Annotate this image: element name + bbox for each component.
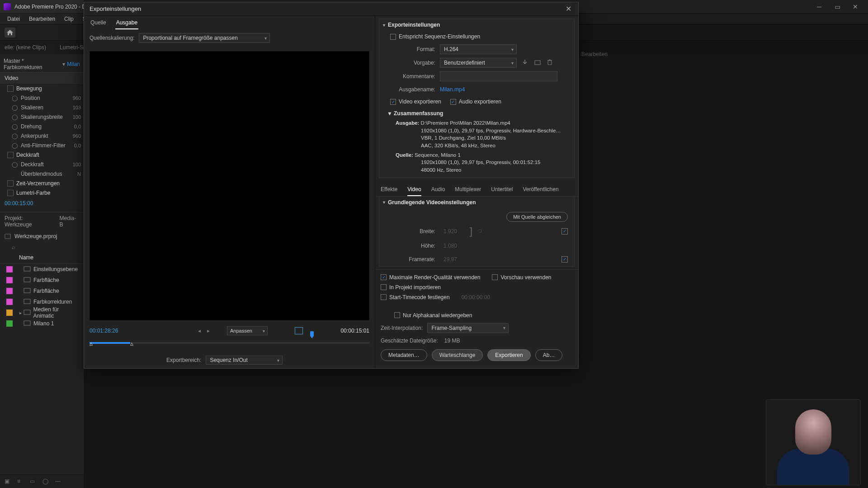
bin-item[interactable]: Farbfläche — [0, 286, 84, 296]
scaling-dropdown[interactable]: Proportional auf Framegröße anpassen — [139, 33, 270, 43]
twisty-icon[interactable]: ▾ — [383, 200, 385, 205]
tab-veroeffentlichen[interactable]: Veröffentlichen — [523, 183, 558, 196]
match-source-button[interactable]: Mit Quelle abgleichen — [506, 212, 568, 222]
import-project-checkbox[interactable]: In Projekt importieren — [381, 284, 441, 291]
dialog-close-icon[interactable]: ✕ — [564, 5, 573, 14]
import-preset-icon[interactable] — [534, 59, 542, 66]
outputname-link[interactable]: Milan.mp4 — [440, 86, 465, 93]
delete-preset-icon[interactable] — [547, 59, 555, 66]
fx-toggle-icon[interactable] — [7, 152, 14, 158]
minimize-button[interactable]: ─ — [810, 0, 828, 13]
play-icon[interactable]: ▸ — [207, 328, 213, 334]
max-quality-checkbox[interactable]: Maximale Render-Qualität verwenden — [381, 274, 480, 281]
height-value[interactable]: 1.080 — [443, 243, 468, 249]
export-audio-checkbox[interactable]: Audio exportieren — [450, 99, 501, 105]
fx-sequence[interactable]: Milan — [67, 61, 80, 67]
tab-ausgabe[interactable]: Ausgabe — [115, 17, 138, 29]
tool-icon[interactable]: ▭ — [30, 478, 37, 485]
comments-input[interactable] — [440, 71, 557, 81]
bin-item-icon — [24, 299, 31, 305]
stopwatch-icon[interactable]: ◯ — [12, 104, 18, 111]
twisty-icon[interactable]: ▾ — [388, 110, 391, 117]
tab-untertitel[interactable]: Untertitel — [491, 183, 513, 196]
stopwatch-icon[interactable]: ◯ — [12, 161, 18, 168]
bin-item[interactable]: Farbkorrekturen — [0, 296, 84, 307]
tool-icon[interactable]: ◯ — [42, 478, 50, 485]
tool-icon[interactable]: ≡ — [17, 478, 24, 485]
export-video-checkbox[interactable]: Video exportieren — [390, 99, 441, 105]
save-preset-icon[interactable] — [521, 59, 529, 66]
bin-item-icon — [24, 320, 31, 327]
menu-clip[interactable]: Clip — [60, 15, 78, 23]
tab-effekte[interactable]: Effekte — [381, 183, 397, 196]
tab-multiplexer[interactable]: Multiplexer — [455, 183, 481, 196]
bin-item-icon — [24, 310, 31, 316]
stopwatch-icon[interactable]: ◯ — [12, 133, 18, 139]
home-icon[interactable] — [5, 28, 15, 38]
tool-icon[interactable]: ▣ — [5, 478, 12, 485]
alpha-only-checkbox[interactable]: Nur Alphakanal wiedergeben — [394, 312, 472, 319]
match-sequence-checkbox[interactable]: Entspricht Sequenz-Einstellungen — [390, 33, 480, 40]
fx-toggle-icon[interactable] — [7, 85, 14, 92]
preview-timecode-out[interactable]: 00:00:15:01 — [341, 328, 369, 334]
list-header-name[interactable]: Name — [0, 252, 84, 264]
scaling-label: Quellenskalierung: — [90, 35, 134, 41]
twisty-icon[interactable]: ▾ — [383, 23, 385, 28]
use-preview-checkbox[interactable]: Vorschau verwenden — [492, 274, 551, 281]
stopwatch-icon[interactable]: ◯ — [12, 142, 18, 149]
playhead-icon[interactable] — [310, 331, 315, 338]
bin-item[interactable]: ▸Medien für Animatic — [0, 307, 84, 318]
preset-dropdown[interactable]: Benutzerdefiniert — [440, 58, 517, 68]
fit-dropdown[interactable]: Anpassen — [227, 326, 268, 335]
fx-toggle-icon[interactable] — [7, 180, 14, 187]
fx-timecode[interactable]: 00:00:15:00 — [0, 197, 84, 209]
tab-audio[interactable]: Audio — [431, 183, 445, 196]
project-tab[interactable]: Projekt: Werkzeuge — [5, 215, 51, 228]
step-back-icon[interactable]: ◂ — [198, 328, 204, 334]
range-slider[interactable]: ▵ ▵ — [90, 338, 369, 347]
bin-item[interactable]: Einstellungsebene — [0, 264, 84, 275]
link-icon[interactable] — [476, 228, 483, 235]
in-handle[interactable]: ▵ — [90, 340, 93, 347]
media-browser-tab[interactable]: Media-B — [60, 215, 79, 228]
format-dropdown[interactable]: H.264 — [440, 44, 517, 54]
chevron-down-icon[interactable]: ▾ — [62, 61, 65, 67]
menu-datei[interactable]: Datei — [3, 15, 24, 23]
start-timecode-checkbox[interactable]: Start-Timecode festlegen — [381, 294, 450, 300]
search-icon[interactable]: ⌕ — [12, 244, 18, 250]
time-interpolation-dropdown[interactable]: Frame-Sampling — [427, 323, 509, 333]
export-button[interactable]: Exportieren — [487, 349, 530, 361]
width-value[interactable]: 1.920 — [443, 228, 468, 235]
tab-bearbeiten: Bearbeiten — [579, 49, 610, 59]
comments-label: Kommentare: — [390, 73, 435, 80]
expand-icon[interactable]: ▸ — [18, 310, 24, 315]
bin-item-label: Medien für Animatic — [33, 306, 80, 319]
tool-icon[interactable]: — — [55, 478, 62, 485]
out-handle[interactable]: ▵ — [130, 340, 133, 347]
framerate-value[interactable]: 29,97 — [443, 256, 468, 263]
close-button[interactable]: ✕ — [846, 0, 864, 13]
color-chip — [6, 320, 13, 327]
tab-video[interactable]: Video — [407, 183, 421, 196]
export-range-dropdown[interactable]: Sequenz In/Out — [206, 356, 283, 365]
bin-item[interactable]: Milano 1 — [0, 318, 84, 329]
fx-toggle-icon[interactable] — [7, 190, 14, 196]
filesize-value: 19 MB — [444, 338, 460, 344]
stopwatch-icon[interactable]: ◯ — [12, 95, 18, 101]
tab-quelle[interactable]: Quelle — [90, 17, 107, 29]
menu-bearbeiten[interactable]: Bearbeiten — [24, 15, 60, 23]
maximize-button[interactable]: ▭ — [828, 0, 846, 13]
framerate-match-checkbox[interactable] — [561, 256, 568, 263]
width-match-checkbox[interactable] — [561, 228, 568, 235]
framerate-label: Framerate: — [386, 256, 435, 263]
stopwatch-icon[interactable]: ◯ — [12, 114, 18, 120]
bin-item[interactable]: Farbfläche — [0, 275, 84, 286]
preview-timecode-in[interactable]: 00:01:28:26 — [90, 328, 144, 334]
queue-button[interactable]: Warteschlange — [432, 349, 483, 361]
cancel-button[interactable]: Ab… — [535, 349, 563, 361]
metadata-button[interactable]: Metadaten… — [381, 349, 427, 361]
aspect-icon[interactable] — [295, 327, 303, 334]
preview-canvas[interactable] — [90, 51, 369, 320]
stopwatch-icon[interactable]: ◯ — [12, 123, 18, 130]
settings-pane: ▾Exporteinstellungen Entspricht Sequenz-… — [375, 16, 578, 368]
